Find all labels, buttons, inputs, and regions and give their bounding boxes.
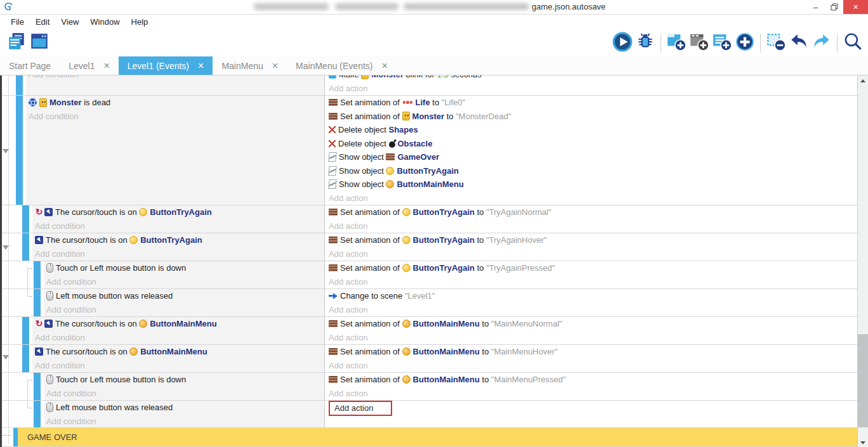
condition-line[interactable]: Monster is dead bbox=[26, 96, 324, 110]
tab-level1-events[interactable]: Level1 (Events)× bbox=[119, 56, 213, 75]
tab-close-icon[interactable]: × bbox=[382, 62, 388, 70]
menu-item-help[interactable]: Help bbox=[126, 15, 154, 29]
close-button[interactable]: × bbox=[843, 0, 868, 14]
condition-line[interactable]: Touch or Left mouse button is down bbox=[44, 373, 324, 387]
add-condition-button[interactable]: Add condition bbox=[46, 389, 96, 398]
action-line[interactable]: Show object ButtonTryAgain bbox=[325, 164, 857, 178]
event-selection-bar[interactable] bbox=[34, 289, 41, 316]
action-line[interactable]: Show object ButtonMainMenu bbox=[325, 178, 857, 191]
comment-text[interactable]: GAME OVER bbox=[18, 428, 857, 446]
tab-close-icon[interactable]: × bbox=[103, 62, 109, 70]
action-line[interactable]: Delete object Obstacle bbox=[325, 137, 857, 151]
tab-close-icon[interactable]: × bbox=[198, 62, 204, 70]
add-action-button[interactable]: Add action bbox=[329, 305, 367, 314]
tab-close-icon[interactable]: × bbox=[272, 62, 278, 70]
toolbar bbox=[0, 29, 868, 56]
condition-line[interactable]: ↻The cursor/touch is on ButtonMainMenu bbox=[32, 317, 324, 331]
restore-button[interactable] bbox=[825, 0, 843, 14]
action-line[interactable]: Set animation of ButtonMainMenu to "Main… bbox=[325, 345, 857, 359]
tab-mainmenu[interactable]: MainMenu× bbox=[213, 56, 287, 75]
add-condition-button[interactable]: Add condition bbox=[35, 361, 85, 370]
action-line[interactable]: Change to scene "Level1" bbox=[325, 289, 857, 303]
add-condition-row: Add condition bbox=[32, 331, 324, 345]
scrollbar-thumb[interactable] bbox=[858, 334, 868, 427]
collapse-arrow-icon[interactable] bbox=[3, 245, 9, 250]
add-action-button[interactable]: Add action bbox=[329, 193, 367, 203]
add-condition-button[interactable]: Add condition bbox=[29, 75, 79, 79]
condition-line[interactable]: Left mouse button was released bbox=[44, 289, 324, 303]
condition-line[interactable]: ↻The cursor/touch is on ButtonTryAgain bbox=[32, 205, 324, 219]
add-action-button[interactable]: Add action bbox=[329, 249, 367, 259]
add-condition-button[interactable]: Add condition bbox=[46, 305, 96, 314]
comment-row[interactable]: GAME OVER bbox=[2, 428, 857, 447]
add-condition-button[interactable]: Add condition bbox=[35, 221, 85, 231]
scroll-up-icon[interactable] bbox=[860, 79, 865, 82]
scene-editor-button[interactable] bbox=[28, 32, 51, 55]
event-selection-bar[interactable] bbox=[22, 205, 29, 233]
add-action-button[interactable]: Add action bbox=[329, 361, 367, 370]
event-selection-bar[interactable] bbox=[16, 96, 23, 205]
event-selection-bar[interactable] bbox=[22, 317, 29, 344]
add-action-button[interactable]: Add action bbox=[329, 84, 367, 93]
event-selection-bar[interactable] bbox=[34, 401, 41, 427]
project-manager-button[interactable] bbox=[5, 32, 28, 55]
debug-icon bbox=[635, 31, 656, 55]
minimize-button[interactable]: – bbox=[806, 0, 825, 14]
undo-button[interactable] bbox=[787, 32, 810, 55]
event-selection-bar[interactable] bbox=[22, 345, 29, 372]
add-condition-button[interactable]: Add condition bbox=[35, 249, 85, 259]
add-action-button[interactable]: Add action bbox=[329, 389, 367, 398]
menu-item-edit[interactable]: Edit bbox=[30, 15, 55, 29]
add-action-button[interactable]: Add action bbox=[329, 221, 367, 231]
add-new-button[interactable] bbox=[733, 32, 756, 55]
action-line[interactable]: Delete object Shapes bbox=[325, 123, 857, 137]
condition-line[interactable]: The cursor/touch is on ButtonMainMenu bbox=[32, 345, 324, 359]
add-comment-button[interactable] bbox=[711, 32, 733, 55]
add-condition-button[interactable]: Add condition bbox=[29, 112, 79, 121]
add-condition-button[interactable]: Add condition bbox=[35, 333, 85, 342]
instruction-text: The cursor/touch is on bbox=[55, 207, 139, 217]
action-line[interactable]: Set animation of ButtonMainMenu to "Main… bbox=[325, 373, 857, 387]
action-line[interactable]: Set animation of Monster to "MonsterDead… bbox=[325, 110, 857, 124]
action-line[interactable]: Set animation of ButtonMainMenu to "Main… bbox=[325, 317, 857, 331]
window-controls: – × bbox=[806, 0, 868, 14]
add-condition-button[interactable]: Add condition bbox=[46, 417, 96, 426]
menu-item-file[interactable]: File bbox=[5, 15, 30, 29]
action-line[interactable]: Set animation of ButtonTryAgain to "TryA… bbox=[325, 205, 857, 219]
action-line[interactable]: Set animation of ButtonTryAgain to "TryA… bbox=[325, 233, 857, 247]
title-blurred-text bbox=[254, 3, 329, 10]
scroll-down-icon[interactable] bbox=[860, 441, 865, 444]
add-action-button[interactable]: Add action bbox=[329, 333, 367, 342]
menu-item-view[interactable]: View bbox=[55, 15, 84, 29]
condition-line[interactable]: Touch or Left mouse button is down bbox=[44, 261, 324, 275]
collapse-arrow-icon[interactable] bbox=[3, 149, 9, 153]
play-button[interactable] bbox=[611, 32, 634, 55]
event-selection-bar[interactable] bbox=[22, 233, 29, 261]
vertical-scrollbar[interactable] bbox=[858, 75, 868, 447]
menu-item-window[interactable]: Window bbox=[84, 15, 125, 29]
tab-level1[interactable]: Level1× bbox=[60, 56, 119, 75]
action-line[interactable]: Set animation of Life to "Life0" bbox=[325, 96, 857, 110]
event-selection-bar[interactable] bbox=[34, 373, 41, 400]
event-selection-bar[interactable] bbox=[13, 428, 18, 446]
condition-line[interactable]: Left mouse button was released bbox=[44, 401, 324, 415]
redo-button[interactable] bbox=[810, 32, 833, 55]
add-event-button[interactable] bbox=[665, 32, 688, 55]
add-action-button[interactable]: Add action bbox=[329, 277, 367, 287]
tab-start-page[interactable]: Start Page bbox=[0, 56, 60, 75]
add-subevent-button[interactable] bbox=[688, 32, 711, 55]
condition-line[interactable]: The cursor/touch is on ButtonTryAgain bbox=[32, 233, 324, 247]
action-line[interactable]: Set animation of ButtonTryAgain to "TryA… bbox=[325, 261, 857, 275]
delete-event-button[interactable] bbox=[765, 32, 787, 55]
toolbar-separator bbox=[837, 34, 838, 53]
action-line[interactable]: Make Monster blink for 1.5 seconds bbox=[325, 75, 857, 82]
event-selection-bar[interactable] bbox=[34, 261, 41, 288]
tab-mainmenu-events[interactable]: MainMenu (Events)× bbox=[287, 56, 397, 75]
event-selection-bar[interactable] bbox=[16, 75, 23, 95]
collapse-arrow-icon[interactable] bbox=[3, 355, 9, 360]
add-action-button-highlighted[interactable]: Add action bbox=[329, 401, 392, 416]
action-line[interactable]: Show object GameOver bbox=[325, 150, 857, 164]
debug-button[interactable] bbox=[634, 32, 657, 55]
search-button[interactable] bbox=[841, 32, 864, 55]
add-condition-button[interactable]: Add condition bbox=[46, 277, 96, 287]
